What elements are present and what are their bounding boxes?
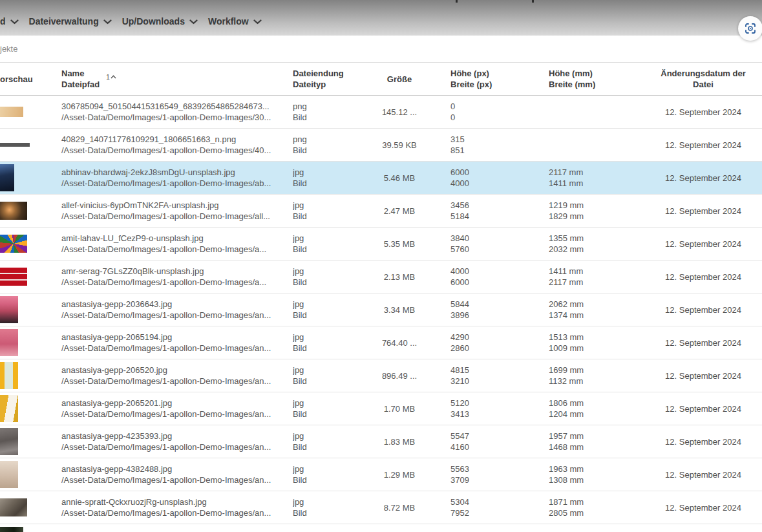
file-path: /Asset-Data/Demo/Images/1-apollon-Demo-I… [61,145,293,156]
height-mm: 1219 mm [549,200,657,211]
table-row[interactable]: abhinav-bhardwaj-2ekzJ8smDgU-unsplash.jp… [0,162,762,195]
height-mm: 2062 mm [549,299,657,310]
menu-item-label: d [0,16,6,27]
chevron-down-icon [189,19,198,25]
table-row[interactable]: anastasiya-gepp-2065201.jpg /Asset-Data/… [0,392,762,425]
thumbnail [0,268,27,286]
preview-cell [0,228,61,260]
width-mm: 1204 mm [549,409,657,420]
table-row[interactable]: annie-spratt-QckxruozjRg-unsplash.jpg /A… [0,491,762,524]
pixel-dimensions-cell: 0 0 [450,101,549,123]
table-row[interactable]: anastasiya-gepp-4382488.jpg /Asset-Data/… [0,458,762,491]
width-px: 6000 [450,277,549,288]
thumbnail [0,461,18,488]
file-path: /Asset-Data/Demo/Images/1-apollon-Demo-I… [61,310,293,321]
sort-indicator: 1 [106,72,116,83]
height-px: 4815 [450,365,549,376]
menu-item-workflow[interactable]: Workflow [208,16,262,27]
file-kind: Bild [293,112,378,123]
table-row[interactable]: 306785094_501504415316549_68392654865284… [0,96,762,129]
column-header-name[interactable]: Name Dateipfad 1 [61,68,293,90]
column-header-date[interactable]: Änderungsdatum der Datei [657,68,762,90]
height-px: 4000 [450,266,549,277]
file-name: anastasiya-gepp-2036643.jpg [61,299,293,310]
menu-item-updownloads[interactable]: Up/Downloads [122,16,198,27]
file-extension: jpg [293,200,378,211]
date-cell: 12. September 2024 [657,271,762,282]
name-cell: anastasiya-gepp-206520.jpg /Asset-Data/D… [61,365,293,387]
file-kind: Bild [293,409,378,420]
thumbnail [0,527,23,532]
thumbnail [0,140,30,150]
file-kind: Bild [293,178,378,189]
file-name: anastasiya-gepp-4382488.jpg [61,463,293,474]
height-mm: 1699 mm [549,365,657,376]
width-px: 0 [450,112,549,123]
file-extension: jpg [293,332,378,343]
table-row[interactable]: anastasiya-gepp-2065194.jpg /Asset-Data/… [0,326,762,359]
file-path: /Asset-Data/Demo/Images/1-apollon-Demo-I… [61,277,293,288]
table-row[interactable]: allef-vinicius-6ypOmTNK2FA-unsplash.jpg … [0,195,762,228]
column-header-px[interactable]: Höhe (px) Breite (px) [450,68,549,90]
file-name: annie-spratt-QckxruozjRg-unsplash.jpg [61,496,293,507]
chevron-down-icon [103,19,112,25]
pixel-dimensions-cell: 6000 4000 [450,167,549,189]
table-row[interactable]: 40829_140711776109291_1806651663_n.png /… [0,129,762,162]
menu-item-label: Dateiverwaltung [29,16,99,27]
pixel-dimensions-cell: 5844 3896 [450,299,549,321]
table-row[interactable]: amr-serag-7GLsZZ0qBlk-unsplash.jpg /Asse… [0,261,762,293]
type-cell: jpg Bild [293,299,378,321]
table-row[interactable]: anastasiya-gepp-2036643.jpg /Asset-Data/… [0,293,762,326]
type-cell: jpg Bild [293,233,378,255]
thumbnail [0,362,18,389]
mm-dimensions-cell: 1513 mm 1009 mm [549,332,657,354]
file-name: anastasiya-gepp-2065201.jpg [61,398,293,409]
type-cell: jpg Bild [293,496,378,518]
table-row[interactable]: anastasiya-gepp-4235393.jpg /Asset-Data/… [0,425,762,458]
file-name: abhinav-bhardwaj-2ekzJ8smDgU-unsplash.jp… [61,167,293,178]
column-header-type[interactable]: Dateiendung Dateityp [293,68,378,90]
column-header-mm[interactable]: Höhe (mm) Breite (mm) [549,68,657,90]
pixel-dimensions-cell: 5563 3709 [450,463,549,485]
file-extension: png [293,134,378,145]
menu-item-cropped[interactable]: d [0,16,19,27]
width-mm: 1411 mm [549,178,657,189]
name-cell: annie-spratt-QckxruozjRg-unsplash.jpg /A… [61,496,293,518]
height-px: 5120 [450,398,549,409]
file-kind: Bild [293,376,378,387]
width-px: 7952 [450,507,549,518]
pixel-dimensions-cell: 315 851 [450,134,549,156]
table-body: 306785094_501504415316549_68392654865284… [0,96,762,532]
size-cell: 1.83 MB [378,436,450,447]
preview-cell [0,524,61,532]
menu-item-label: Workflow [208,16,249,27]
height-mm: 1806 mm [549,398,657,409]
height-mm: 1513 mm [549,332,657,343]
file-path: /Asset-Data/Demo/Images/1-apollon-Demo-I… [61,244,293,255]
file-path: /Asset-Data/Demo/Images/1-apollon-Demo-I… [61,178,293,189]
type-cell: jpg Bild [293,365,378,387]
column-header-preview[interactable]: orschau [0,74,61,85]
preview-cell [0,392,61,425]
name-cell: abhinav-bhardwaj-2ekzJ8smDgU-unsplash.jp… [61,167,293,189]
preview-cell [0,425,61,458]
height-px: 0 [450,101,549,112]
width-px: 3709 [450,474,549,485]
table-row[interactable] [0,524,762,532]
focus-scan-button[interactable] [738,16,762,41]
mm-dimensions-cell: 1219 mm 1829 mm [549,200,657,222]
type-cell: jpg Bild [293,332,378,354]
date-cell: 12. September 2024 [657,436,762,447]
column-header-size[interactable]: Größe [378,74,450,85]
width-px: 851 [450,145,549,156]
width-mm: 2805 mm [549,507,657,518]
table-row[interactable]: anastasiya-gepp-206520.jpg /Asset-Data/D… [0,359,762,392]
file-extension: jpg [293,496,378,507]
top-toolbar: d Dateiverwaltung Up/Downloads Workflow [0,0,762,36]
table-header: orschau Name Dateipfad 1 Dateiendung Dat… [0,62,762,96]
table-row[interactable]: amit-lahav-LU_fCezP9-o-unsplash.jpg /Ass… [0,228,762,261]
size-cell: 3.34 MB [378,304,450,315]
height-px: 3456 [450,200,549,211]
menu-item-dateiverwaltung[interactable]: Dateiverwaltung [29,16,112,27]
file-kind: Bild [293,244,378,255]
